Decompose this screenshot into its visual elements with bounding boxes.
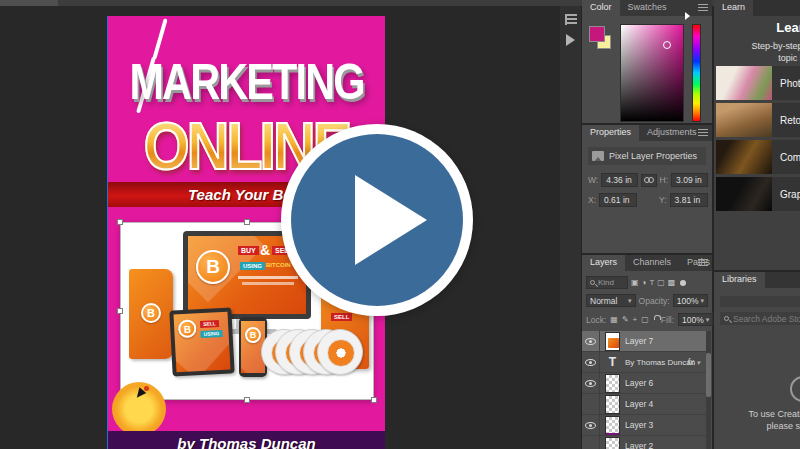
- x-label: X:: [588, 195, 596, 205]
- layer-thumbnail[interactable]: [605, 332, 620, 351]
- layer-thumbnail[interactable]: [605, 395, 620, 414]
- height-field[interactable]: 3.09 in: [671, 173, 708, 187]
- learn-item-graphic[interactable]: Graphic: [716, 177, 800, 211]
- foreground-color-swatch[interactable]: [589, 26, 605, 42]
- transform-handle[interactable]: [117, 219, 123, 225]
- using-mini-badge: USING: [200, 330, 222, 338]
- learn-item-retouching[interactable]: Retouching: [716, 103, 800, 137]
- video-play-button[interactable]: [281, 124, 473, 316]
- layer-name[interactable]: Layer 2: [625, 441, 653, 449]
- visibility-toggle[interactable]: [582, 331, 600, 352]
- layers-panel: Layers Channels Paths Kind ▣ ◑ T ▢ ▩ Nor…: [582, 255, 712, 449]
- poster-title: MARKETING: [119, 53, 374, 111]
- link-dimensions-icon[interactable]: [641, 174, 656, 187]
- lock-move-icon[interactable]: +: [633, 315, 638, 324]
- scrollbar-thumb[interactable]: [706, 353, 711, 397]
- layer-thumbnail[interactable]: [605, 437, 620, 449]
- visibility-toggle[interactable]: [582, 415, 600, 436]
- tab-color[interactable]: Color: [582, 0, 620, 16]
- history-panel-icon[interactable]: [564, 12, 578, 26]
- transform-handle[interactable]: [371, 397, 377, 403]
- libraries-dropdown[interactable]: [720, 296, 800, 307]
- layer-name[interactable]: By Thomas Duncan: [625, 358, 695, 367]
- layer-row-layer-2[interactable]: Layer 2: [582, 436, 706, 449]
- poster-purple-band: by Thomas Duncan: [108, 431, 385, 449]
- visibility-toggle[interactable]: [582, 394, 600, 415]
- filter-type-icon[interactable]: T: [649, 278, 654, 287]
- hue-slider[interactable]: [692, 24, 701, 122]
- tutorial-thumbnail: [716, 140, 772, 174]
- libraries-search-input[interactable]: Search Adobe Stock: [720, 312, 800, 325]
- layer-thumbnail[interactable]: [605, 374, 620, 393]
- layer-row-layer-6[interactable]: Layer 6: [582, 373, 706, 394]
- filter-toggle-icon[interactable]: [680, 280, 686, 286]
- learn-heading: Learn: [714, 20, 800, 35]
- blend-mode-select[interactable]: Normal▾: [586, 294, 636, 307]
- visibility-toggle[interactable]: [582, 436, 600, 449]
- tab-swatches[interactable]: Swatches: [620, 0, 675, 16]
- color-panel: Color Swatches: [582, 0, 712, 123]
- layer-fx-badge[interactable]: fx ▾: [687, 357, 700, 367]
- tab-adjustments[interactable]: Adjustments: [639, 125, 705, 141]
- lock-artboard-icon[interactable]: ▢: [641, 315, 649, 324]
- layers-scrollbar[interactable]: [706, 331, 711, 449]
- layer-name[interactable]: Layer 3: [625, 420, 653, 430]
- wh-row: W: 4.36 in H: 3.09 in: [588, 173, 708, 187]
- blend-row: Normal▾ Opacity: 100%▾: [586, 294, 708, 307]
- tab-libraries[interactable]: Libraries: [714, 272, 765, 288]
- panel-menu-icon[interactable]: [698, 4, 708, 12]
- layer-filter-row: Kind ▣ ◑ T ▢ ▩: [586, 275, 708, 290]
- filter-smart-object-icon[interactable]: ▩: [668, 278, 676, 287]
- color-field[interactable]: [620, 24, 684, 122]
- tab-learn[interactable]: Learn: [714, 0, 753, 16]
- layer-name[interactable]: Layer 7: [625, 336, 653, 346]
- learn-item-combining[interactable]: Combining: [716, 140, 800, 174]
- hue-slider-marker[interactable]: [685, 12, 690, 20]
- properties-panel-tabbar: Properties Adjustments: [582, 125, 712, 141]
- using-badge: USING: [240, 262, 265, 270]
- layer-name[interactable]: Layer 4: [625, 399, 653, 409]
- pixel-layer-properties-header: Pixel Layer Properties: [588, 147, 706, 165]
- libraries-search-placeholder: Search Adobe Stock: [733, 314, 800, 324]
- tutorial-thumbnail: [716, 66, 772, 100]
- panel-menu-icon[interactable]: [698, 129, 708, 137]
- layer-thumbnail[interactable]: [605, 416, 620, 435]
- lock-transparency-icon[interactable]: ▦: [610, 315, 618, 324]
- layer-row-text[interactable]: T By Thomas Duncan fx ▾: [582, 352, 706, 373]
- transform-handle[interactable]: [244, 397, 250, 403]
- learn-item-photography[interactable]: Photography: [716, 66, 800, 100]
- fine-print-line: [238, 276, 298, 279]
- opacity-field[interactable]: 100%▾: [673, 294, 708, 307]
- filter-shape-icon[interactable]: ▢: [657, 278, 665, 287]
- tab-properties[interactable]: Properties: [582, 125, 639, 141]
- panel-menu-icon[interactable]: [698, 259, 708, 267]
- layer-row-layer-4[interactable]: Layer 4: [582, 394, 706, 415]
- color-field-marker[interactable]: [663, 41, 671, 49]
- fill-field[interactable]: 100%▾: [678, 313, 713, 326]
- lock-paint-icon[interactable]: ✎: [622, 315, 629, 324]
- buy-sell-mini-badge: SELL: [200, 320, 219, 328]
- tutorial-label: Combining: [772, 140, 800, 174]
- visibility-toggle[interactable]: [582, 352, 600, 373]
- tab-layers[interactable]: Layers: [582, 255, 625, 271]
- layer-filter-search[interactable]: Kind: [586, 276, 628, 289]
- tab-channels[interactable]: Channels: [625, 255, 679, 271]
- layer-row-layer-7[interactable]: Layer 7: [582, 331, 706, 352]
- move-cursor-dot: [144, 386, 149, 391]
- transform-handle[interactable]: [244, 219, 250, 225]
- canvas-area[interactable]: MARKETING ONLINE Teach Your Best B B BUY…: [0, 6, 560, 449]
- width-field[interactable]: 4.36 in: [601, 173, 638, 187]
- visibility-toggle[interactable]: [582, 373, 600, 394]
- transform-handle[interactable]: [117, 308, 123, 314]
- tutorial-thumbnail: [716, 177, 772, 211]
- x-field[interactable]: 0.61 in: [599, 193, 637, 207]
- layer-row-layer-3[interactable]: Layer 3: [582, 415, 706, 436]
- actions-panel-icon[interactable]: [564, 32, 578, 46]
- filter-pixel-icon[interactable]: ▣: [631, 278, 639, 287]
- tutorial-thumbnail: [716, 103, 772, 137]
- y-field[interactable]: 3.81 in: [670, 193, 708, 207]
- filter-adjustment-icon[interactable]: ◑: [642, 278, 647, 287]
- type-layer-thumbnail[interactable]: T: [605, 355, 620, 369]
- layer-name[interactable]: Layer 6: [625, 378, 653, 388]
- eye-icon: [585, 422, 596, 429]
